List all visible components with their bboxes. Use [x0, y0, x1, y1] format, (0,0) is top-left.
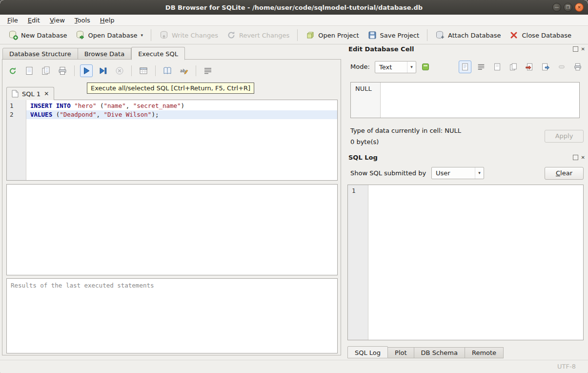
sql-editor[interactable]: 12 INSERT INTO "hero" ("name", "secret_n… — [6, 100, 338, 181]
copy-icon — [509, 62, 518, 71]
execute-current-line-button[interactable] — [97, 64, 109, 77]
minimize-icon: — — [555, 5, 559, 10]
sql-file-icon — [12, 90, 19, 98]
set-null-icon — [557, 62, 566, 71]
attach-database-icon — [435, 30, 445, 40]
save-project-button[interactable]: Save Project — [364, 28, 423, 42]
toolbar-separator — [131, 65, 132, 76]
write-changes-button[interactable]: Write Changes — [156, 28, 222, 42]
word-wrap-cell-button[interactable] — [475, 61, 487, 73]
execute-sql-toolbar: ab — [6, 63, 214, 79]
print-icon — [58, 66, 67, 76]
open-project-label: Open Project — [318, 32, 359, 39]
sql-editor-gutter: 12 — [7, 100, 26, 180]
dock-tab-sql-log[interactable]: SQL Log — [347, 346, 388, 358]
results-grid[interactable] — [6, 184, 338, 275]
clear-log-button[interactable]: Clear — [545, 167, 584, 180]
sql-editor-code[interactable]: INSERT INTO "hero" ("name", "secret_name… — [26, 100, 337, 180]
find-replace-icon: ab — [179, 66, 189, 76]
save-sql-file-button[interactable] — [23, 64, 36, 77]
open-in-editor-button[interactable] — [491, 61, 504, 73]
execute-all-tooltip: Execute all/selected SQL [Ctrl+Return, F… — [87, 83, 254, 94]
save-sql-file-as-button[interactable] — [40, 64, 52, 77]
menu-tools[interactable]: Tools — [70, 16, 95, 25]
find-replace-button[interactable]: ab — [178, 64, 190, 77]
app-window: DB Browser for SQLite - /home/user/code/… — [0, 0, 588, 373]
attach-database-label: Attach Database — [448, 32, 501, 39]
open-sql-file-button[interactable] — [6, 64, 19, 77]
set-null-button[interactable] — [555, 61, 568, 73]
minimize-button[interactable]: — — [552, 3, 561, 12]
combo-arrow-icon: ▾ — [407, 62, 416, 73]
open-database-label: Open Database — [88, 32, 138, 39]
auto-format-button[interactable] — [419, 61, 432, 73]
sql-log-content[interactable] — [368, 185, 583, 340]
apply-button[interactable]: Apply — [545, 130, 584, 143]
copy-cell-button[interactable] — [507, 61, 520, 73]
print-sql-button[interactable] — [56, 64, 69, 77]
sql-log-gutter: 1 — [348, 185, 368, 340]
main-tab-bar: Database Structure Browse Data Execute S… — [2, 46, 185, 60]
sql-log-panel-controls: ✕ — [573, 155, 585, 160]
tab-database-structure[interactable]: Database Structure — [2, 48, 78, 60]
execute-all-icon — [81, 66, 91, 76]
toolbar-separator — [297, 29, 298, 41]
save-results-button[interactable] — [137, 64, 150, 77]
toolbar-separator — [196, 65, 196, 76]
cell-editor[interactable]: NULL — [350, 82, 580, 118]
sql-log-filter-combo[interactable]: User ▾ — [431, 167, 484, 179]
mode-combo[interactable]: Text ▾ — [375, 61, 416, 73]
close-button[interactable]: ✕ — [575, 3, 584, 12]
main-toolbar: New Database Open Database ▾ Write Chang… — [0, 26, 588, 44]
cell-size-info: 0 byte(s) — [350, 138, 379, 145]
float-panel-icon[interactable] — [573, 155, 578, 160]
text-mode-button[interactable] — [459, 61, 471, 73]
revert-changes-icon — [226, 30, 236, 40]
execute-sql-pane: ab SQL 1 ✕ 12 INSERT INTO "hero" ("name"… — [2, 59, 341, 355]
menu-edit[interactable]: Edit — [23, 16, 45, 25]
stop-execution-button[interactable] — [113, 64, 126, 77]
import-cell-data-button[interactable] — [523, 61, 536, 73]
execute-all-button[interactable] — [80, 64, 93, 77]
print-icon — [573, 62, 582, 71]
close-icon: ✕ — [577, 5, 581, 10]
menu-help[interactable]: Help — [95, 16, 120, 25]
sql-document-tab-close-icon[interactable]: ✕ — [44, 90, 49, 97]
new-database-button[interactable]: New Database — [5, 28, 71, 42]
tab-browse-data[interactable]: Browse Data — [78, 48, 132, 60]
auto-format-icon — [421, 62, 430, 72]
code-line: VALUES ("Deadpond", "Dive Wilson"); — [26, 110, 337, 119]
float-panel-icon[interactable] — [573, 46, 578, 52]
combo-arrow-icon: ▾ — [475, 167, 484, 179]
close-panel-icon[interactable]: ✕ — [581, 46, 585, 52]
line-number: 2 — [7, 110, 26, 119]
dock-tab-plot[interactable]: Plot — [388, 347, 414, 358]
revert-changes-button[interactable]: Revert Changes — [223, 28, 293, 42]
open-database-dropdown-caret-icon[interactable]: ▾ — [141, 33, 143, 38]
dock-tab-db-schema[interactable]: DB Schema — [414, 347, 465, 358]
close-database-button[interactable]: Close Database — [506, 28, 575, 42]
toolbar-separator — [155, 65, 156, 76]
close-panel-icon[interactable]: ✕ — [581, 155, 585, 160]
window-controls: — ❐ ✕ — [552, 3, 584, 12]
open-database-button[interactable]: Open Database ▾ — [72, 28, 146, 42]
sql-log-view[interactable]: 1 — [347, 185, 584, 340]
cell-editor-text-area[interactable] — [381, 83, 579, 118]
word-wrap-button[interactable] — [202, 64, 214, 77]
open-project-button[interactable]: Open Project — [302, 28, 362, 42]
attach-database-button[interactable]: Attach Database — [432, 28, 504, 42]
tab-execute-sql[interactable]: Execute SQL — [131, 47, 185, 60]
results-message-pane[interactable]: Results of the last executed statements — [6, 278, 338, 353]
edit-cell-panel-title: Edit Database Cell — [348, 45, 414, 53]
maximize-button[interactable]: ❐ — [564, 3, 572, 12]
close-database-label: Close Database — [522, 32, 571, 39]
open-sql-file-icon — [8, 66, 18, 76]
menu-view[interactable]: View — [45, 16, 70, 25]
find-button[interactable] — [161, 64, 174, 77]
export-cell-data-button[interactable] — [539, 61, 552, 73]
write-changes-icon — [159, 30, 169, 40]
menu-file[interactable]: File — [2, 16, 23, 25]
dock-tab-remote[interactable]: Remote — [465, 347, 504, 358]
print-cell-button[interactable] — [571, 61, 584, 73]
sql-document-tab[interactable]: SQL 1 ✕ — [6, 87, 54, 100]
